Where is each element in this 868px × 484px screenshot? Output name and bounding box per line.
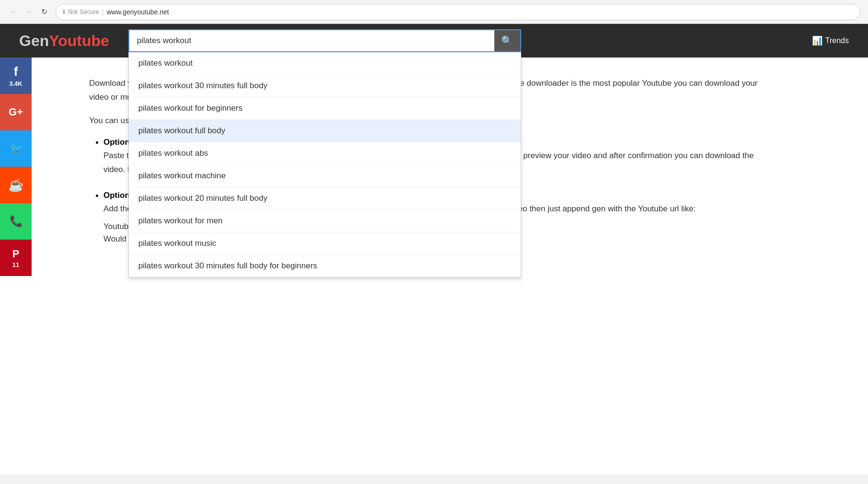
not-secure-label: Not Secure xyxy=(68,8,99,15)
social-whatsapp[interactable]: 📞 xyxy=(0,203,32,240)
autocomplete-item-2[interactable]: pilates workout for beginners xyxy=(129,97,521,120)
address-bar[interactable]: ℹ Not Secure | www.genyoutube.net xyxy=(56,4,860,20)
social-reddit[interactable]: ☕ xyxy=(0,167,32,203)
search-button[interactable]: 🔍 xyxy=(494,30,520,51)
autocomplete-item-0[interactable]: pilates workout xyxy=(129,52,521,75)
search-input[interactable] xyxy=(129,30,494,51)
autocomplete-dropdown: pilates workout pilates workout 30 minut… xyxy=(128,52,521,277)
search-icon: 🔍 xyxy=(501,35,513,46)
social-facebook[interactable]: f 3.4K xyxy=(0,58,32,94)
autocomplete-item-3[interactable]: pilates workout full body xyxy=(129,120,521,142)
security-icon: ℹ xyxy=(63,8,65,15)
forward-button[interactable]: → xyxy=(23,6,34,18)
social-sidebar: f 3.4K G+ 🐦 ☕ 📞 P 11 xyxy=(0,58,32,276)
autocomplete-item-1[interactable]: pilates workout 30 minutes full body xyxy=(129,75,521,97)
trends-button[interactable]: 📊 Trends xyxy=(812,35,849,46)
trends-label: Trends xyxy=(825,36,849,45)
back-button[interactable]: ← xyxy=(8,6,19,18)
social-googleplus[interactable]: G+ xyxy=(0,94,32,130)
autocomplete-item-4[interactable]: pilates workout abs xyxy=(129,142,521,165)
pinterest-count: 11 xyxy=(12,261,19,268)
autocomplete-item-9[interactable]: pilates workout 30 minutes full body for… xyxy=(129,255,521,277)
site-logo[interactable]: GenYoutube xyxy=(19,32,109,50)
autocomplete-item-7[interactable]: pilates workout for men xyxy=(129,210,521,232)
logo-youtube: Youtube xyxy=(49,32,109,49)
url-text: www.genyoutube.net xyxy=(107,8,169,16)
reddit-icon: ☕ xyxy=(8,178,23,193)
autocomplete-item-6[interactable]: pilates workout 20 minutes full body xyxy=(129,187,521,210)
twitter-icon: 🐦 xyxy=(10,142,23,155)
social-pinterest[interactable]: P 11 xyxy=(0,240,32,276)
facebook-count: 3.4K xyxy=(9,80,22,87)
pinterest-icon: P xyxy=(12,248,20,260)
googleplus-icon: G+ xyxy=(9,106,23,118)
trends-icon: 📊 xyxy=(812,35,822,46)
facebook-icon: f xyxy=(14,64,18,79)
browser-bar: ← → ↻ ℹ Not Secure | www.genyoutube.net xyxy=(0,0,868,24)
social-twitter[interactable]: 🐦 xyxy=(0,130,32,167)
reload-button[interactable]: ↻ xyxy=(38,6,50,18)
site-header: GenYoutube 🔍 pilates workout pilates wor… xyxy=(0,24,868,58)
logo-gen: Gen xyxy=(19,32,49,49)
search-wrapper: 🔍 xyxy=(128,29,521,52)
search-container: 🔍 pilates workout pilates workout 30 min… xyxy=(128,29,521,52)
whatsapp-icon: 📞 xyxy=(10,215,23,228)
autocomplete-item-8[interactable]: pilates workout music xyxy=(129,232,521,255)
browser-nav: ← → ↻ xyxy=(8,6,50,18)
separator: | xyxy=(102,8,104,16)
autocomplete-item-5[interactable]: pilates workout machine xyxy=(129,165,521,187)
